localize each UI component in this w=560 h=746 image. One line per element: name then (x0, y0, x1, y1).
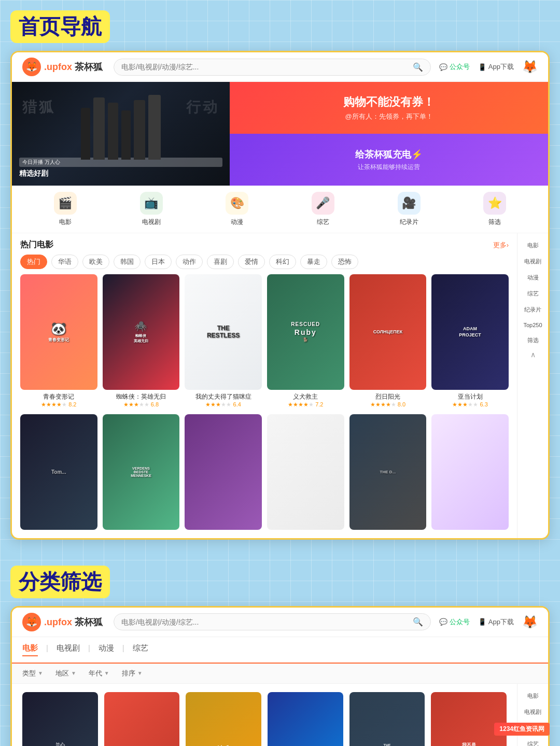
movie-card-6[interactable]: ADAM PROJECT 亚当计划 ★★★★★ 6.3 (431, 274, 509, 408)
filter-bar: 类型 ▼ 地区 ▼ 年代 ▼ 排序 ▼ (12, 664, 548, 684)
sidebar2-movie[interactable]: 电影 (522, 690, 544, 702)
wechat-button[interactable]: 💬 公众号 (439, 62, 470, 72)
fox-logo-icon[interactable]: 🦊 (22, 58, 41, 76)
filter-type[interactable]: 类型 ▼ (22, 669, 43, 678)
filter-era[interactable]: 年代 ▼ (89, 669, 109, 678)
sidebar-doc[interactable]: 纪录片 (522, 304, 544, 316)
sidebar2-variety[interactable]: 综艺 (522, 738, 544, 746)
filter-chinese[interactable]: 华语 (51, 255, 78, 269)
movie-poster-4: RESCUED Ruby 🐕 (267, 274, 344, 390)
banner-ad2[interactable]: 给茶杯狐充电⚡ 让茶杯狐能够持续运营 (230, 134, 548, 186)
movie2-card-3[interactable]: 沙丘 沙丘 ★★★★★ 7.7 (186, 692, 261, 746)
movie2-card-6[interactable]: 我不是药神 我不是药神 ★★★★★ 9.0 (431, 692, 507, 746)
sidebar-filter[interactable]: 筛选 (522, 334, 544, 346)
app-download-button-2[interactable]: 📱 App下载 (478, 617, 514, 627)
movie-card-3[interactable]: THE RESTLESS 我的丈夫得了猫咪症 ★★★★★ 6.4 (185, 274, 262, 408)
sidebar2-tv[interactable]: 电视剧 (522, 706, 544, 718)
movie-card-r2-6[interactable] (431, 414, 509, 530)
sidebar-movie[interactable]: 电影 (522, 240, 544, 251)
filter-japanese[interactable]: 日本 (145, 255, 172, 269)
wechat-icon: 💬 (439, 63, 447, 71)
hot-movies-title: 热门电影 (20, 240, 53, 250)
watermark: 1234红鱼资讯网 (494, 723, 550, 736)
breadcrumb-sep-1: | (46, 643, 48, 656)
search-bar-2[interactable]: 🔍 (114, 613, 431, 630)
filter-romance[interactable]: 爱情 (238, 255, 265, 269)
movie-card-1[interactable]: 🐼 青春变形记 青春变形记 ★★★★★ 8.2 (20, 274, 97, 408)
movie2-card-1[interactable]: 兰心大剧院 兰心大剧院 ★★★★★ 7.2 (22, 692, 98, 746)
breadcrumb-movie[interactable]: 电影 (22, 643, 38, 656)
breadcrumb-anime[interactable]: 动漫 (99, 643, 114, 656)
breadcrumb-tv[interactable]: 电视剧 (57, 643, 80, 656)
movie-poster-5: СОЛНЦЕПЕК (349, 274, 427, 390)
filter-sort[interactable]: 排序 ▼ (122, 669, 143, 678)
app-label-2: App下载 (488, 617, 514, 627)
filter-western[interactable]: 欧美 (82, 255, 109, 269)
filter-comedy[interactable]: 喜剧 (207, 255, 234, 269)
avatar-icon-2[interactable]: 🦊 (522, 615, 538, 629)
movie2-poster-4: 失控玩家 (268, 692, 343, 746)
filter-hot[interactable]: 热门 (20, 255, 47, 269)
cat-movie[interactable]: 🎬 电影 (22, 192, 108, 227)
sidebar-tv[interactable]: 电视剧 (522, 256, 544, 268)
filter-korean[interactable]: 韩国 (114, 255, 141, 269)
movie-poster-6: ADAM PROJECT (431, 274, 509, 390)
movie-card-5[interactable]: СОЛНЦЕПЕК 烈日阳光 ★★★★★ 8.0 (349, 274, 427, 408)
sidebar-up-arrow[interactable]: ∧ (522, 350, 544, 359)
category-row: 🎬 电影 📺 电视剧 🎨 动漫 🎤 综艺 🎥 纪录片 ⭐ 筛选 (12, 186, 548, 233)
movie-poster-3: THE RESTLESS (185, 274, 262, 390)
filter-horror[interactable]: 恐怖 (331, 255, 358, 269)
movie-card-2[interactable]: 🕷️ 蜘蛛侠英雄无归 蜘蛛侠：英雄无归 ★★★★★ 6.8 (103, 274, 180, 408)
wechat-label-2: 公众号 (450, 617, 470, 627)
movie2-card-5[interactable]: THESHAWSHANKREDEMPTION 肖申克的救赎 ★★★★★ 9.7 (349, 692, 425, 746)
avatar-icon[interactable]: 🦊 (522, 60, 538, 74)
sidebar-variety[interactable]: 综艺 (522, 288, 544, 300)
movie-grid2-row1: 兰心大剧院 兰心大剧院 ★★★★★ 7.2 모가디슈 摩加迪沙 ★★★★★ 8.… (12, 684, 517, 746)
movie-poster-2: 🕷️ 蜘蛛侠英雄无归 (103, 274, 180, 390)
movie2-card-4[interactable]: 失控玩家 失控玩家 ★★★★★ 7.5 (268, 692, 343, 746)
cat-variety[interactable]: 🎤 综艺 (280, 192, 366, 227)
search-bar[interactable]: 🔍 (114, 59, 431, 76)
filter-era-arrow-icon: ▼ (104, 670, 109, 676)
more-link[interactable]: 更多› (493, 241, 509, 250)
cat-filter-label: 筛选 (488, 218, 501, 227)
fox-logo-icon-2[interactable]: 🦊 (22, 613, 41, 631)
wechat-button-2[interactable]: 💬 公众号 (439, 617, 470, 627)
cat-filter[interactable]: ⭐ 筛选 (452, 192, 538, 227)
search-input-2[interactable] (121, 618, 409, 626)
movie2-poster-2: 모가디슈 (104, 692, 180, 746)
cat-anime[interactable]: 🎨 动漫 (194, 192, 280, 227)
sidebar-top250[interactable]: Top250 (522, 320, 544, 330)
cat-anime-label: 动漫 (231, 218, 243, 227)
movie-card-r2-3[interactable] (185, 414, 262, 530)
banner-main[interactable]: 猎狐 行动 今日开播 万人心 精选好剧 (12, 82, 230, 186)
banner-ad1[interactable]: 购物不能没有券！ @所有人：先领券，再下单！ (230, 82, 548, 134)
movie-card-r2-1[interactable]: Tom... (20, 414, 97, 530)
filter-scifi[interactable]: 科幻 (269, 255, 296, 269)
logo-text-2: .upfox 茶杯狐 (44, 616, 103, 628)
movie-card-r2-4[interactable] (267, 414, 344, 530)
movie2-poster-1: 兰心大剧院 (22, 692, 98, 746)
app-download-button[interactable]: 📱 App下载 (478, 62, 514, 72)
android-icon-2: 📱 (478, 618, 486, 626)
cat-documentary[interactable]: 🎥 纪录片 (366, 192, 452, 227)
poster-r2-5: THE D... (349, 414, 427, 530)
filter-rush[interactable]: 暴走 (300, 255, 327, 269)
search-input[interactable] (121, 63, 409, 71)
filter-action[interactable]: 动作 (176, 255, 203, 269)
sidebar-anime[interactable]: 动漫 (522, 272, 544, 284)
movie2-card-2[interactable]: 모가디슈 摩加迪沙 ★★★★★ 8.1 (104, 692, 180, 746)
section1-title: 首页导航 (10, 10, 110, 43)
banner-ad1-text: 购物不能没有券！ @所有人：先领券，再下单！ (343, 94, 435, 121)
movie-card-r2-2[interactable]: VERDENS BEDSTE MENNESKE (103, 414, 180, 530)
header-actions-2: 💬 公众号 📱 App下载 🦊 (439, 615, 538, 629)
movie-card-r2-5[interactable]: THE D... (349, 414, 427, 530)
cat-tv[interactable]: 📺 电视剧 (108, 192, 194, 227)
cat-anime-icon: 🎨 (226, 192, 248, 215)
search-icon-2[interactable]: 🔍 (413, 617, 423, 627)
breadcrumb-variety[interactable]: 综艺 (133, 643, 148, 656)
search-icon[interactable]: 🔍 (413, 62, 423, 72)
movie-card-4[interactable]: RESCUED Ruby 🐕 义犬救主 ★★★★★ 7.2 (267, 274, 344, 408)
wechat-label: 公众号 (450, 62, 470, 72)
filter-region[interactable]: 地区 ▼ (55, 669, 76, 678)
